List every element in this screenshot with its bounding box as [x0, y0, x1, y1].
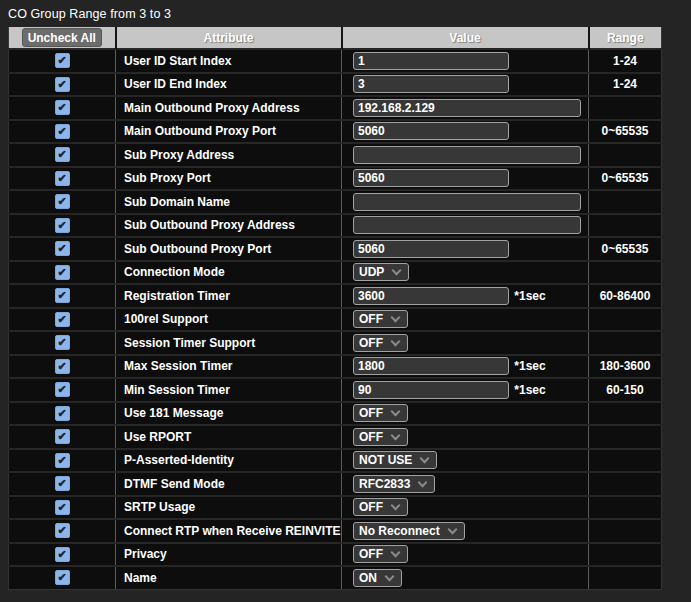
- value-input[interactable]: [353, 287, 509, 305]
- checkmark-icon: ✔: [57, 501, 66, 512]
- checkbox-cell: ✔: [9, 120, 116, 144]
- row-checkbox[interactable]: ✔: [55, 523, 70, 538]
- range-column-header: Range: [589, 27, 662, 49]
- row-checkbox[interactable]: ✔: [55, 335, 70, 350]
- value-select[interactable]: RFC2833: [353, 475, 435, 493]
- attribute-label: Main Outbound Proxy Port: [124, 124, 276, 138]
- value-select[interactable]: OFF: [353, 310, 408, 328]
- row-checkbox[interactable]: ✔: [55, 218, 70, 233]
- value-select[interactable]: OFF: [353, 545, 408, 563]
- value-input[interactable]: [353, 193, 581, 211]
- attribute-column-header: Attribute: [116, 27, 342, 49]
- row-checkbox[interactable]: ✔: [55, 53, 70, 68]
- table-row: ✔ Sub Outbound Proxy Port 0~65535: [9, 237, 662, 261]
- attribute-cell: User ID End Index: [116, 73, 342, 97]
- attribute-cell: Sub Outbound Proxy Address: [116, 214, 342, 238]
- attribute-label: Use 181 Message: [124, 406, 223, 420]
- row-checkbox[interactable]: ✔: [55, 547, 70, 562]
- row-checkbox[interactable]: ✔: [55, 241, 70, 256]
- row-checkbox[interactable]: ✔: [55, 124, 70, 139]
- table-row: ✔ Privacy OFF: [9, 543, 662, 567]
- row-checkbox[interactable]: ✔: [55, 100, 70, 115]
- table-row: ✔ DTMF Send Mode RFC2833: [9, 472, 662, 496]
- range-cell: 0~65535: [589, 167, 662, 191]
- checkbox-cell: ✔: [9, 566, 116, 589]
- value-cell: [342, 49, 589, 73]
- value-select[interactable]: No Reconnect: [353, 522, 465, 540]
- range-cell: [589, 214, 662, 238]
- row-checkbox[interactable]: ✔: [55, 194, 70, 209]
- checkmark-icon: ✔: [57, 572, 66, 583]
- value-select[interactable]: OFF: [353, 404, 408, 422]
- uncheck-all-button[interactable]: Uncheck All: [22, 28, 102, 47]
- value-input[interactable]: [353, 75, 509, 93]
- range-cell: 180-3600: [589, 355, 662, 379]
- row-checkbox[interactable]: ✔: [55, 359, 70, 374]
- row-checkbox[interactable]: ✔: [55, 312, 70, 327]
- row-checkbox[interactable]: ✔: [55, 288, 70, 303]
- checkbox-cell: ✔: [9, 543, 116, 567]
- row-checkbox[interactable]: ✔: [55, 147, 70, 162]
- range-cell: [589, 261, 662, 285]
- row-checkbox[interactable]: ✔: [55, 570, 70, 585]
- value-select[interactable]: UDP: [353, 263, 409, 281]
- row-checkbox[interactable]: ✔: [55, 382, 70, 397]
- attribute-cell: Sub Domain Name: [116, 190, 342, 214]
- row-checkbox[interactable]: ✔: [55, 265, 70, 280]
- value-select[interactable]: OFF: [353, 498, 408, 516]
- row-checkbox[interactable]: ✔: [55, 171, 70, 186]
- value-input[interactable]: [353, 357, 509, 375]
- value-cell: [342, 214, 589, 238]
- range-cell: 1-24: [589, 49, 662, 73]
- checkmark-icon: ✔: [57, 102, 66, 113]
- checkbox-cell: ✔: [9, 308, 116, 332]
- value-input[interactable]: [353, 122, 509, 140]
- range-label: 1-24: [613, 77, 637, 91]
- attribute-label: Sub Proxy Port: [124, 171, 211, 185]
- row-checkbox[interactable]: ✔: [55, 453, 70, 468]
- chevron-down-icon: [385, 571, 395, 581]
- checkmark-icon: ✔: [57, 478, 66, 489]
- range-cell: [589, 143, 662, 167]
- checkmark-icon: ✔: [57, 384, 66, 395]
- attribute-cell: Main Outbound Proxy Address: [116, 96, 342, 120]
- page-title: CO Group Range from 3 to 3: [0, 0, 691, 27]
- value-cell: [342, 237, 589, 261]
- value-input[interactable]: [353, 52, 509, 70]
- value-select[interactable]: OFF: [353, 428, 408, 446]
- range-label: 0~65535: [601, 124, 648, 138]
- range-cell: [589, 96, 662, 120]
- attribute-label: Max Session Timer: [124, 359, 233, 373]
- value-input[interactable]: [353, 169, 509, 187]
- range-cell: 0~65535: [589, 237, 662, 261]
- attribute-label: Session Timer Support: [124, 336, 255, 350]
- value-input[interactable]: [353, 99, 581, 117]
- checkbox-cell: ✔: [9, 167, 116, 191]
- value-cell: RFC2833: [342, 472, 589, 496]
- range-label: 0~65535: [601, 242, 648, 256]
- value-input[interactable]: [353, 240, 509, 258]
- checkmark-icon: ✔: [57, 407, 66, 418]
- row-checkbox[interactable]: ✔: [55, 77, 70, 92]
- attribute-cell: SRTP Usage: [116, 496, 342, 520]
- value-input[interactable]: [353, 381, 509, 399]
- value-cell: OFF: [342, 308, 589, 332]
- value-select[interactable]: NOT USE: [353, 451, 437, 469]
- range-cell: [589, 190, 662, 214]
- checkbox-cell: ✔: [9, 519, 116, 543]
- checkmark-icon: ✔: [57, 454, 66, 465]
- checkbox-cell: ✔: [9, 261, 116, 285]
- range-cell: [589, 449, 662, 473]
- value-input[interactable]: [353, 216, 581, 234]
- value-select[interactable]: OFF: [353, 334, 408, 352]
- row-checkbox[interactable]: ✔: [55, 500, 70, 515]
- checkmark-icon: ✔: [57, 219, 66, 230]
- row-checkbox[interactable]: ✔: [55, 476, 70, 491]
- attribute-label: Main Outbound Proxy Address: [124, 101, 300, 115]
- table-row: ✔ 100rel Support OFF: [9, 308, 662, 332]
- attribute-label: Sub Outbound Proxy Port: [124, 242, 271, 256]
- value-input[interactable]: [353, 146, 581, 164]
- row-checkbox[interactable]: ✔: [55, 429, 70, 444]
- row-checkbox[interactable]: ✔: [55, 406, 70, 421]
- value-select[interactable]: ON: [353, 569, 402, 587]
